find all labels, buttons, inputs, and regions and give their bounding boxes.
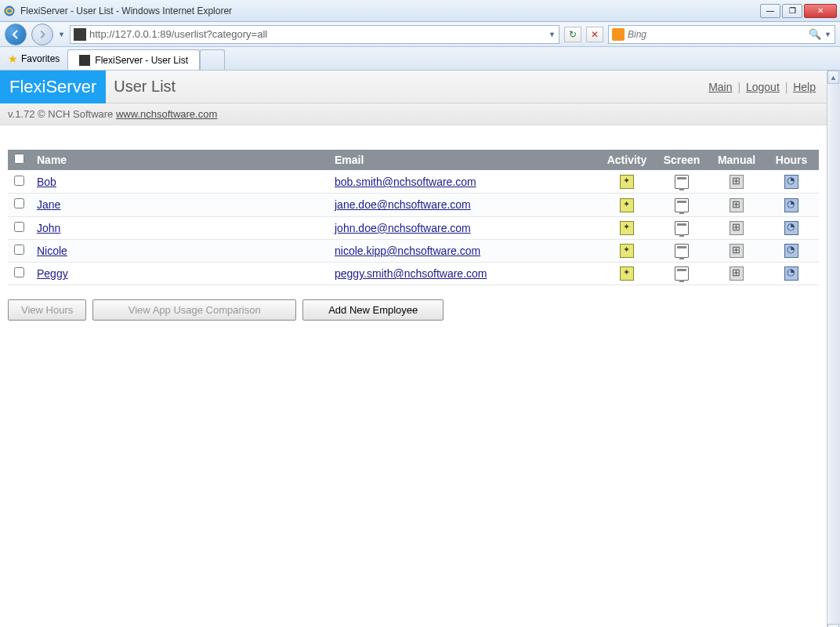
- header-manual: Manual: [709, 150, 764, 171]
- screen-icon[interactable]: [675, 266, 689, 281]
- hours-icon[interactable]: [784, 244, 798, 258]
- table-header-row: Name Email Activity Screen Manual Hours: [8, 150, 819, 171]
- search-dropdown[interactable]: ▼: [824, 31, 831, 38]
- favorites-label: Favorites: [21, 53, 60, 64]
- version-bar: v.1.72 © NCH Software www.nchsoftware.co…: [0, 103, 827, 125]
- scroll-down-button[interactable]: ▼: [827, 624, 839, 627]
- user-name-link[interactable]: Peggy: [37, 267, 68, 280]
- user-email-link[interactable]: jane.doe@nchsoftware.com: [335, 198, 471, 211]
- page-header: FlexiServer User List Main | Logout | He…: [0, 71, 827, 103]
- manual-icon[interactable]: [730, 244, 744, 258]
- hours-icon[interactable]: [784, 221, 798, 235]
- select-all-checkbox[interactable]: [14, 154, 24, 164]
- forward-button[interactable]: [31, 24, 53, 45]
- row-checkbox[interactable]: [14, 267, 24, 277]
- hours-icon[interactable]: [784, 175, 798, 189]
- page-title: User List: [114, 78, 708, 96]
- search-input[interactable]: [628, 29, 809, 40]
- user-name-link[interactable]: John: [37, 222, 60, 234]
- row-checkbox[interactable]: [14, 245, 24, 255]
- search-bar[interactable]: 🔍 ▼: [608, 25, 835, 44]
- star-icon: ★: [8, 53, 18, 65]
- header-hours: Hours: [764, 150, 819, 171]
- hours-icon[interactable]: [784, 198, 798, 212]
- back-button[interactable]: [5, 24, 27, 45]
- page-content: FlexiServer User List Main | Logout | He…: [0, 71, 827, 627]
- user-email-link[interactable]: john.doe@nchsoftware.com: [335, 222, 471, 234]
- arrow-left-icon: [10, 29, 21, 40]
- close-button[interactable]: ✕: [804, 4, 837, 18]
- vertical-scrollbar[interactable]: ▲ ▼: [827, 71, 840, 627]
- tab-title: FlexiServer - User List: [95, 55, 188, 66]
- tab-icon: [79, 55, 90, 66]
- activity-icon[interactable]: [620, 175, 634, 189]
- scroll-up-button[interactable]: ▲: [827, 71, 839, 84]
- new-tab-button[interactable]: [200, 49, 225, 70]
- refresh-button[interactable]: ↻: [564, 27, 581, 42]
- activity-icon[interactable]: [620, 198, 634, 212]
- screen-icon[interactable]: [675, 175, 689, 189]
- tab-flexiserver[interactable]: FlexiServer - User List: [67, 49, 200, 70]
- header-links: Main | Logout | Help: [708, 81, 816, 93]
- bing-icon: [612, 28, 625, 41]
- favorites-button[interactable]: ★ Favorites: [0, 47, 67, 70]
- hours-icon[interactable]: [784, 266, 798, 281]
- activity-icon[interactable]: [620, 266, 634, 281]
- url-dropdown[interactable]: ▼: [549, 31, 556, 38]
- screen-icon[interactable]: [675, 198, 689, 212]
- table-row: Bobbob.smith@nchsoftware.com: [8, 171, 819, 194]
- activity-icon[interactable]: [620, 244, 634, 258]
- header-name: Name: [31, 150, 328, 171]
- stop-icon: ✕: [591, 29, 599, 40]
- table-row: Johnjohn.doe@nchsoftware.com: [8, 216, 819, 239]
- header-email: Email: [328, 150, 599, 171]
- row-checkbox[interactable]: [14, 222, 24, 232]
- ie-icon: [3, 5, 16, 17]
- manual-icon[interactable]: [730, 221, 744, 235]
- address-bar[interactable]: ▼: [70, 25, 559, 44]
- user-name-link[interactable]: Jane: [37, 198, 60, 211]
- search-go-icon[interactable]: 🔍: [809, 28, 821, 40]
- refresh-icon: ↻: [569, 29, 577, 40]
- browser-navbar: ▼ ▼ ↻ ✕ 🔍 ▼: [0, 22, 840, 47]
- action-buttons: View Hours View App Usage Comparison Add…: [8, 299, 819, 321]
- arrow-right-icon: [38, 30, 47, 39]
- app-logo: FlexiServer: [0, 71, 106, 103]
- screen-icon[interactable]: [675, 221, 689, 235]
- minimize-button[interactable]: —: [760, 4, 780, 18]
- site-icon: [74, 28, 86, 41]
- user-name-link[interactable]: Bob: [37, 176, 56, 188]
- activity-icon[interactable]: [620, 221, 634, 235]
- row-checkbox[interactable]: [14, 176, 24, 186]
- header-activity: Activity: [599, 150, 654, 171]
- row-checkbox[interactable]: [14, 198, 24, 208]
- manual-icon[interactable]: [730, 198, 744, 212]
- stop-button[interactable]: ✕: [586, 27, 603, 42]
- user-name-link[interactable]: Nicole: [37, 245, 67, 257]
- window-title: FlexiServer - User List - Windows Intern…: [20, 5, 760, 16]
- add-employee-button[interactable]: Add New Employee: [302, 299, 444, 321]
- screen-icon[interactable]: [675, 244, 689, 258]
- tab-bar: ★ Favorites FlexiServer - User List: [0, 47, 840, 71]
- table-row: Nicolenicole.kipp@nchsoftware.com: [8, 239, 819, 262]
- table-row: Janejane.doe@nchsoftware.com: [8, 194, 819, 216]
- window-titlebar: FlexiServer - User List - Windows Intern…: [0, 0, 840, 22]
- manual-icon[interactable]: [730, 266, 744, 281]
- recent-dropdown[interactable]: ▼: [58, 31, 65, 38]
- version-link[interactable]: www.nchsoftware.com: [116, 108, 217, 120]
- link-help[interactable]: Help: [793, 81, 816, 93]
- version-text: v.1.72 © NCH Software: [8, 108, 116, 120]
- link-logout[interactable]: Logout: [746, 81, 780, 93]
- url-input[interactable]: [89, 28, 549, 40]
- manual-icon[interactable]: [730, 175, 744, 189]
- table-row: Peggypeggy.smith@nchsoftware.com: [8, 263, 819, 285]
- header-screen: Screen: [654, 150, 709, 171]
- user-table: Name Email Activity Screen Manual Hours …: [8, 149, 819, 285]
- link-main[interactable]: Main: [708, 81, 732, 93]
- user-email-link[interactable]: bob.smith@nchsoftware.com: [335, 176, 476, 188]
- maximize-button[interactable]: ❐: [782, 4, 802, 18]
- user-email-link[interactable]: nicole.kipp@nchsoftware.com: [335, 245, 480, 257]
- view-hours-button[interactable]: View Hours: [8, 299, 86, 321]
- view-app-usage-button[interactable]: View App Usage Comparison: [92, 299, 296, 321]
- user-email-link[interactable]: peggy.smith@nchsoftware.com: [335, 267, 487, 280]
